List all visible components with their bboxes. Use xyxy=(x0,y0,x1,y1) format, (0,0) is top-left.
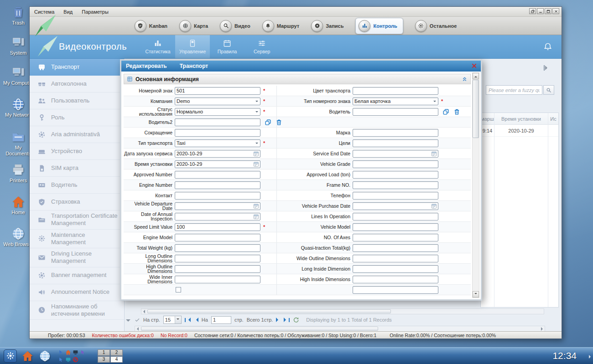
window-restore-button[interactable] xyxy=(529,8,536,14)
sidebar-item-транспорт[interactable]: Транспорт xyxy=(30,59,124,76)
цвет-транспорта-input[interactable] xyxy=(353,87,438,95)
dialog-scrollbar[interactable] xyxy=(472,72,479,298)
scrollbar-thumb[interactable] xyxy=(147,309,391,313)
sidebar-item-напоминание-об-истечении-времени[interactable]: Напоминание об истечении времени xyxy=(30,301,124,320)
sidebar-item-пользователь[interactable]: Пользователь xyxy=(30,92,124,109)
dropdown-arrow-icon[interactable] xyxy=(255,143,258,144)
quasi-traction-total-kg-input[interactable] xyxy=(353,244,438,252)
total-weight-kg-input[interactable] xyxy=(175,244,260,252)
speed-limit-value-input[interactable]: 100 xyxy=(175,223,260,231)
компания-input[interactable]: Demo xyxy=(175,97,260,105)
tab-правила[interactable]: Правила xyxy=(210,35,244,58)
dialog-titlebar[interactable]: Редактировать Транспорт xyxy=(121,61,481,72)
sidebar-item-announcement-notice[interactable]: Announcement Notice xyxy=(30,284,124,301)
app-launcher-icon[interactable] xyxy=(4,349,17,363)
toolbar-button-запись[interactable]: Запись xyxy=(311,20,343,32)
home-launcher-icon[interactable] xyxy=(21,349,34,363)
window-close-button[interactable] xyxy=(552,8,559,14)
high-inside-dimensions-input[interactable] xyxy=(353,276,438,283)
vehicle-grade-input[interactable] xyxy=(353,160,438,168)
scrollbar-thumb[interactable] xyxy=(473,80,479,138)
last-page-button[interactable] xyxy=(284,318,290,322)
menu-item-вид[interactable]: Вид xyxy=(63,9,73,15)
close-icon[interactable] xyxy=(471,63,478,69)
wide-outline-dimensions-input[interactable] xyxy=(353,255,438,262)
first-page-button[interactable] xyxy=(185,318,191,322)
column-header[interactable]: Ис xyxy=(548,113,558,125)
approved-number-input[interactable] xyxy=(175,171,260,179)
водитель2-input[interactable] xyxy=(175,118,260,126)
select-driver-icon[interactable] xyxy=(265,119,271,126)
sidebar-item-водитель[interactable]: Водитель xyxy=(30,177,124,194)
время-установки-input[interactable]: 2020-10-29 xyxy=(175,160,260,168)
статус-использования-input[interactable]: Нормально xyxy=(175,108,260,116)
toolbar-button-видео[interactable]: Видео xyxy=(220,20,250,32)
prev-page-button[interactable] xyxy=(194,318,198,322)
calendar-icon[interactable] xyxy=(252,214,260,220)
calendar-icon[interactable] xyxy=(430,203,437,209)
cursor-tray-icon[interactable] xyxy=(58,349,64,355)
toolbar-button-остальное[interactable]: Остальное xyxy=(415,20,457,32)
menu-item-система[interactable]: Система xyxy=(34,9,54,15)
tab-управление[interactable]: Управление xyxy=(175,35,210,58)
dialog-menu-edit[interactable]: Редактировать xyxy=(126,63,167,69)
table-cell[interactable] xyxy=(548,125,558,137)
sidebar-item-страховка[interactable]: Страховка xyxy=(30,194,124,210)
panel-collapse-icon[interactable] xyxy=(544,65,550,71)
sidebar-item-автоколонна[interactable]: Автоколонна xyxy=(30,76,124,92)
cursor-tray-icon[interactable] xyxy=(80,349,86,355)
цели-input[interactable] xyxy=(353,139,438,147)
контакт-input[interactable] xyxy=(175,192,260,200)
calendar-icon[interactable] xyxy=(252,203,260,209)
dropdown-arrow-icon[interactable] xyxy=(255,111,258,113)
section-header[interactable]: Основная информация xyxy=(124,74,471,84)
toolbar-button-карта[interactable]: Карта xyxy=(179,20,208,32)
calendar-icon[interactable] xyxy=(252,161,260,167)
lines-in-operation-input[interactable] xyxy=(353,213,438,220)
page-number-input[interactable] xyxy=(211,316,231,324)
no-of-axes-input[interactable] xyxy=(353,234,438,241)
sidebar-item-устройство[interactable]: Устройство xyxy=(30,143,124,160)
сокращение-input[interactable] xyxy=(175,129,260,137)
select-driver-icon[interactable] xyxy=(442,108,449,115)
date-of-annual-inspection-input[interactable] xyxy=(175,213,260,220)
дата-запуска-сервиса-input[interactable]: 2020-10-29 xyxy=(175,150,260,158)
workspace-2[interactable]: 2 xyxy=(110,349,123,356)
dropdown-arrow-icon[interactable] xyxy=(433,101,436,102)
monitor-tray-icon[interactable] xyxy=(73,349,78,355)
field-input[interactable] xyxy=(353,286,438,294)
window-minimize-button[interactable] xyxy=(537,8,544,14)
номерной-знак-input[interactable]: 501 xyxy=(175,87,260,95)
tab-статистика[interactable]: Статистика xyxy=(140,35,175,58)
sidebar-item-driving-license-management[interactable]: Driving License Management xyxy=(30,248,124,267)
engine-model-input[interactable] xyxy=(175,234,260,241)
column-header[interactable]: Время установки xyxy=(494,113,548,125)
workspace-4[interactable]: 4 xyxy=(110,356,123,363)
delete-driver-icon[interactable] xyxy=(453,108,460,115)
sidebar-item-sim-карта[interactable]: SIM карта xyxy=(30,160,124,177)
sidebar-item-maintenance-management[interactable]: Maintenance Management xyxy=(30,230,124,249)
calendar-icon[interactable] xyxy=(252,151,260,157)
long-inside-dimension-input[interactable] xyxy=(353,265,438,273)
scroll-left-icon[interactable] xyxy=(135,326,140,331)
scroll-up-icon[interactable] xyxy=(473,73,479,79)
scrollbar-thumb[interactable] xyxy=(141,327,378,331)
sidebar-item-aria-administrativă[interactable]: Aria administrativă xyxy=(30,126,124,143)
search-icon[interactable] xyxy=(543,85,554,95)
тип-номерного-знака-input[interactable]: Белая карточка xyxy=(353,97,438,105)
vehicle-purchase-date-input[interactable] xyxy=(353,202,438,210)
vehicle-departure-date-input[interactable] xyxy=(175,202,260,210)
browser-launcher-icon[interactable] xyxy=(38,349,52,363)
menu-item-параметры[interactable]: Параметры xyxy=(82,9,109,15)
toolbar-button-kanban[interactable]: Kanban xyxy=(135,20,167,32)
horizontal-scrollbar[interactable] xyxy=(141,308,544,314)
workspace-3[interactable]: 3 xyxy=(98,356,110,363)
home-tray-icon[interactable] xyxy=(65,349,71,355)
toolbar-button-маршрут[interactable]: Маршрут xyxy=(262,20,300,32)
марка-input[interactable] xyxy=(353,129,438,137)
dropdown-arrow-icon[interactable] xyxy=(255,101,258,102)
тип-транспорта-input[interactable]: Taxi xyxy=(175,139,260,147)
cursor-tray-icon[interactable] xyxy=(58,357,64,363)
workspace-1[interactable]: 1 xyxy=(98,349,110,356)
next-page-button[interactable] xyxy=(276,318,281,322)
